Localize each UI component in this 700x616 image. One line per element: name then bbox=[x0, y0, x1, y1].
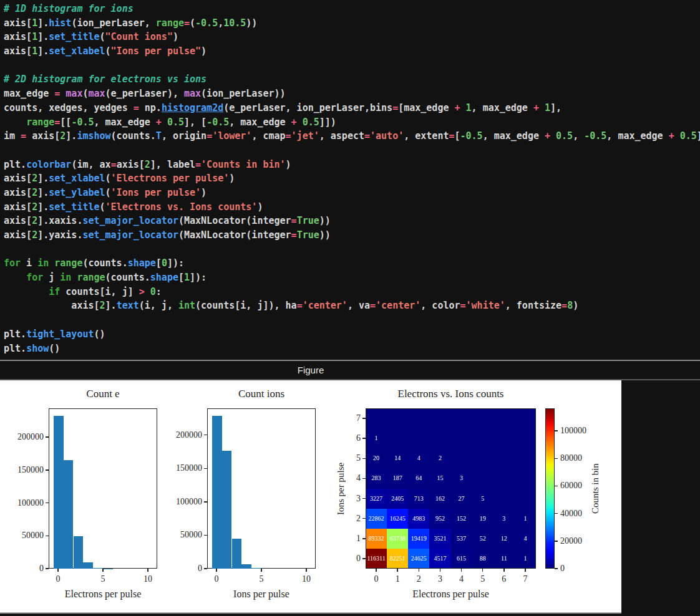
code-token: = bbox=[195, 159, 201, 170]
code-token: axis[ bbox=[4, 187, 32, 198]
figure-window-titlebar[interactable]: Figure bbox=[0, 361, 700, 379]
colorbar-tick-mark bbox=[555, 513, 558, 514]
code-token: histogram2d bbox=[162, 102, 223, 113]
code-token: (i, j, bbox=[139, 300, 178, 311]
y-tick-mark bbox=[362, 498, 366, 499]
code-token: axis[ bbox=[4, 215, 32, 226]
code-token: ( bbox=[105, 173, 111, 184]
x-tick-label: 7 bbox=[513, 574, 538, 585]
code-token: (counts. bbox=[82, 257, 127, 269]
code-line bbox=[4, 313, 700, 327]
code-token: im bbox=[4, 130, 21, 142]
code-token: , bbox=[573, 130, 584, 142]
code-token: 2 bbox=[60, 130, 66, 142]
code-line: axis[2].set_xlabel('Electrons per pulse'… bbox=[4, 171, 700, 186]
y-tick-mark bbox=[362, 538, 366, 539]
code-token bbox=[460, 102, 466, 113]
x-tick-mark bbox=[503, 569, 505, 572]
code-token: axis[ bbox=[4, 173, 32, 184]
code-token: plt. bbox=[4, 329, 26, 340]
code-token: colorbar bbox=[26, 159, 71, 170]
code-token: , fontsize bbox=[505, 300, 561, 311]
code-token: ], [ bbox=[184, 117, 207, 128]
code-token: ]]) bbox=[319, 117, 336, 128]
code-token bbox=[674, 130, 680, 142]
code-line: axis[1].set_xlabel("Ions per pulse") bbox=[4, 44, 700, 59]
code-line: plt.colorbar(im, ax=axis[2], label='Coun… bbox=[4, 158, 700, 172]
code-token: hist bbox=[49, 17, 71, 29]
histogram-bar bbox=[54, 416, 64, 569]
code-line: axis[2].set_title('Electrons vs. Ions co… bbox=[4, 200, 700, 214]
code-token: max bbox=[88, 88, 105, 99]
code-token: i bbox=[21, 257, 37, 269]
y-tick-label: 150000 bbox=[0, 464, 44, 476]
code-token: 0 bbox=[150, 286, 156, 297]
code-token: (MaxNLocator(integer bbox=[178, 215, 291, 226]
histogram-bar bbox=[232, 539, 242, 569]
code-token: int bbox=[178, 300, 195, 311]
x-tick-mark bbox=[376, 569, 377, 572]
code-token: T bbox=[156, 130, 162, 142]
code-token: axis[ bbox=[4, 229, 32, 241]
code-token: set_title bbox=[49, 31, 99, 42]
code-token: , max_edge bbox=[483, 130, 545, 142]
code-token: (counts. bbox=[111, 130, 156, 142]
code-token: text bbox=[117, 300, 139, 311]
colorbar-label: Counts in bin bbox=[590, 408, 601, 569]
code-token: 0.5 bbox=[680, 130, 697, 142]
code-line: axis[1].set_title("Count ions") bbox=[4, 30, 700, 44]
code-token: ( bbox=[105, 46, 111, 57]
code-token bbox=[4, 272, 26, 283]
code-token: "Ions per pulse" bbox=[111, 46, 202, 57]
code-token: = bbox=[392, 102, 398, 113]
code-token: )) bbox=[319, 215, 331, 226]
code-token: ) bbox=[573, 300, 578, 311]
code-token: + bbox=[545, 130, 550, 142]
code-token: range bbox=[156, 17, 184, 29]
code-token: )) bbox=[319, 229, 331, 241]
code-token: for bbox=[26, 272, 43, 283]
code-line bbox=[4, 243, 700, 257]
x-tick-mark bbox=[440, 569, 441, 572]
code-token bbox=[162, 117, 167, 128]
code-token: -0.5 bbox=[584, 130, 606, 142]
code-token: (e_perLaser, ion_perLaser,bins bbox=[223, 102, 392, 113]
code-token: ) bbox=[201, 46, 207, 57]
code-token: 0.5 bbox=[556, 130, 573, 142]
code-line: range=[[-0.5, max_edge + 0.5], [-0.5, ma… bbox=[4, 115, 700, 130]
code-token: "Count ions" bbox=[105, 31, 173, 42]
code-token: + bbox=[455, 102, 460, 113]
code-token: = bbox=[291, 229, 297, 241]
code-token bbox=[49, 257, 54, 269]
code-token: = bbox=[54, 117, 60, 128]
code-editor[interactable]: # 1D histogram for ionsaxis[1].hist(ion_… bbox=[0, 0, 700, 360]
code-token: 'auto' bbox=[370, 130, 404, 142]
heatmap-axes bbox=[366, 408, 536, 569]
x-tick-mark bbox=[261, 569, 262, 572]
x-tick-label: 10 bbox=[135, 574, 160, 585]
code-line: plt.show() bbox=[4, 342, 700, 356]
y-tick-mark bbox=[362, 558, 366, 559]
colorbar bbox=[545, 408, 555, 569]
code-token: plt. bbox=[4, 159, 26, 170]
code-token: 'Ions per pulse' bbox=[111, 187, 202, 198]
code-token: , cmap bbox=[251, 130, 285, 142]
code-token: = bbox=[291, 215, 297, 226]
code-token: ]) bbox=[697, 130, 700, 142]
code-token: shape bbox=[150, 272, 178, 283]
code-token: = bbox=[207, 130, 212, 142]
code-token: + bbox=[291, 117, 297, 128]
y-tick-label: 4 bbox=[346, 473, 361, 484]
code-token: (counts[i, j]), ha bbox=[195, 300, 297, 311]
y-tick-mark bbox=[362, 438, 366, 439]
y-tick-mark bbox=[46, 503, 49, 504]
code-token: = bbox=[111, 159, 117, 170]
code-token: axis[ bbox=[4, 46, 32, 57]
code-token: ], bbox=[550, 102, 561, 113]
x-tick-mark bbox=[525, 569, 526, 572]
code-line: if counts[i, j] > 0: bbox=[4, 285, 700, 299]
code-token: ]. bbox=[37, 46, 49, 57]
x-tick-mark bbox=[482, 569, 484, 572]
x-tick-mark bbox=[102, 569, 104, 572]
x-tick-mark bbox=[461, 569, 462, 572]
